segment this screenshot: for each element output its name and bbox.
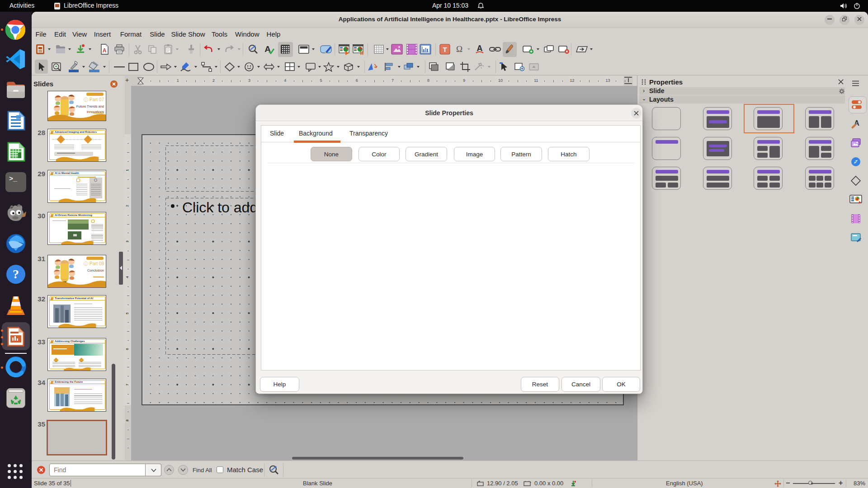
svg-text:T: T (443, 46, 447, 53)
svg-text:A: A (103, 47, 107, 54)
svg-text:?: ? (13, 267, 19, 281)
svg-text:Ω: Ω (456, 44, 462, 54)
